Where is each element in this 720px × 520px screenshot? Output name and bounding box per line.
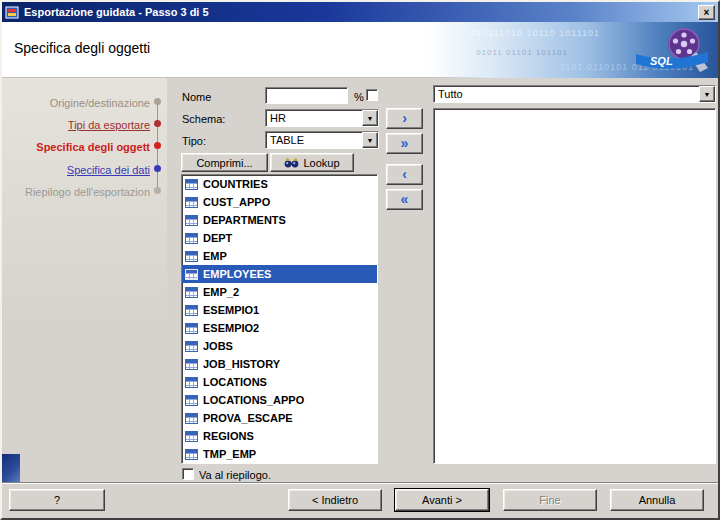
step-origine-destinazione: Origine/destinazione <box>50 97 150 109</box>
selected-objects-list[interactable] <box>433 108 716 464</box>
header: 010111010 10110 1011101 1101 0110101 011… <box>2 22 718 78</box>
move-right-button[interactable]: › <box>386 108 423 129</box>
move-all-left-button[interactable]: « <box>386 189 423 210</box>
table-name: REGIONS <box>203 430 254 442</box>
step-bullet <box>154 165 161 172</box>
table-icon <box>185 341 198 352</box>
title-bar: Esportazione guidata - Passo 3 di 5 × <box>2 2 718 22</box>
table-icon <box>185 197 198 208</box>
binary-decoration: 010111010 10110 1011101 <box>470 28 600 38</box>
collapse-button[interactable]: Comprimi... <box>181 153 268 172</box>
list-item[interactable]: EMP_2 <box>182 283 377 301</box>
list-item[interactable]: DEPT <box>182 229 377 247</box>
table-icon <box>185 269 198 280</box>
table-name: EMP <box>203 250 227 262</box>
table-name: ESEMPIO2 <box>203 322 259 334</box>
table-name: EMPLOYEES <box>203 268 271 280</box>
back-button[interactable]: < Indietro <box>288 489 382 511</box>
list-item[interactable]: ESEMPIO1 <box>182 301 377 319</box>
table-name: LOCATIONS_APPO <box>203 394 304 406</box>
help-button[interactable]: ? <box>9 489 105 511</box>
step-bullet <box>154 142 161 149</box>
objects-list[interactable]: COUNTRIES CUST_APPO DEPARTMENTS DEPT EMP… <box>181 174 378 464</box>
step-bullet <box>154 120 161 127</box>
binary-decoration: 01011 01101 101101 <box>476 48 568 57</box>
move-all-right-button[interactable]: » <box>386 133 423 154</box>
table-icon <box>185 413 198 424</box>
close-button[interactable]: × <box>698 5 715 20</box>
list-item[interactable]: JOBS <box>182 337 377 355</box>
table-icon <box>185 233 198 244</box>
goto-summary-label: Va al riepilogo. <box>199 469 271 481</box>
step-riepilogo: Riepilogo dell'esportazion <box>25 186 150 198</box>
table-name: LOCATIONS <box>203 376 267 388</box>
cancel-button[interactable]: Annulla <box>610 489 704 511</box>
table-name: EMP_2 <box>203 286 239 298</box>
list-item[interactable]: LOCATIONS <box>182 373 377 391</box>
lookup-button[interactable]: Lookup <box>270 153 354 172</box>
move-left-button[interactable]: ‹ <box>386 164 423 185</box>
app-icon <box>5 5 20 20</box>
list-item[interactable]: CUST_APPO <box>182 193 377 211</box>
table-icon <box>185 323 198 334</box>
list-item[interactable]: EMP <box>182 247 377 265</box>
binoculars-icon <box>284 158 299 168</box>
chevron-down-icon[interactable]: ▼ <box>362 110 378 126</box>
percent-label: % <box>354 91 364 103</box>
table-name: JOB_HISTORY <box>203 358 280 370</box>
table-icon <box>185 395 198 406</box>
table-icon <box>185 215 198 226</box>
table-icon <box>185 359 198 370</box>
table-name: CUST_APPO <box>203 196 270 208</box>
name-filter-input[interactable] <box>265 87 348 104</box>
table-name: DEPT <box>203 232 232 244</box>
list-item[interactable]: TMP_EMP <box>182 445 377 463</box>
filter-value: Tutto <box>434 88 699 100</box>
goto-summary-checkbox[interactable] <box>182 468 194 480</box>
window-title: Esportazione guidata - Passo 3 di 5 <box>24 6 698 18</box>
sql-developer-logo-icon: SQL <box>626 24 712 78</box>
name-label: Nome <box>182 91 211 103</box>
footer-separator <box>2 482 718 484</box>
list-item-selected[interactable]: EMPLOYEES <box>182 265 377 283</box>
list-item[interactable]: ESEMPIO2 <box>182 319 377 337</box>
list-item[interactable]: COUNTRIES <box>182 175 377 193</box>
type-label: Tipo: <box>182 135 206 147</box>
schema-label: Schema: <box>182 113 225 125</box>
step-tipi-da-esportare[interactable]: Tipi da esportare <box>68 119 150 131</box>
next-button[interactable]: Avanti > <box>395 489 489 511</box>
filter-select[interactable]: Tutto ▼ <box>433 85 716 103</box>
chevron-down-icon[interactable]: ▼ <box>699 86 715 102</box>
table-icon <box>185 377 198 388</box>
schema-select[interactable]: HR ▼ <box>265 109 379 127</box>
step-specifica-degli-oggetti: Specifica degli oggett <box>36 141 150 153</box>
table-icon <box>185 251 198 262</box>
schema-value: HR <box>266 112 362 124</box>
percent-checkbox[interactable] <box>366 89 378 101</box>
list-item[interactable]: REGIONS <box>182 427 377 445</box>
table-icon <box>185 179 198 190</box>
list-item[interactable]: PROVA_ESCAPE <box>182 409 377 427</box>
step-bullet <box>154 187 161 194</box>
table-icon <box>185 305 198 316</box>
chevron-down-icon[interactable]: ▼ <box>362 132 378 148</box>
type-value: TABLE <box>266 134 362 146</box>
step-bullet <box>154 98 161 105</box>
step-specifica-dei-dati[interactable]: Specifica dei dati <box>67 164 150 176</box>
table-icon <box>185 287 198 298</box>
finish-button: Fine <box>503 489 597 511</box>
table-name: JOBS <box>203 340 233 352</box>
type-select[interactable]: TABLE ▼ <box>265 131 379 149</box>
export-wizard-dialog: Esportazione guidata - Passo 3 di 5 × 01… <box>0 0 720 520</box>
list-item[interactable]: LOCATIONS_APPO <box>182 391 377 409</box>
table-name: PROVA_ESCAPE <box>203 412 293 424</box>
table-name: TMP_EMP <box>203 448 256 460</box>
wizard-steps: Origine/destinazione Tipi da esportare S… <box>2 78 167 482</box>
table-name: DEPARTMENTS <box>203 214 286 226</box>
table-icon <box>185 449 198 460</box>
list-item[interactable]: JOB_HISTORY <box>182 355 377 373</box>
list-item[interactable]: DEPARTMENTS <box>182 211 377 229</box>
lookup-label: Lookup <box>303 157 339 169</box>
sidebar-decoration <box>2 454 20 482</box>
page-title: Specifica degli oggetti <box>14 40 150 56</box>
